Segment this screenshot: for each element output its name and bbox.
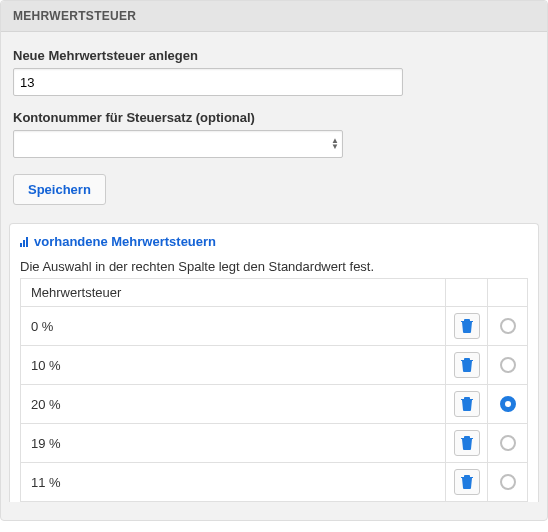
default-cell: [488, 307, 528, 346]
default-radio[interactable]: [500, 396, 516, 412]
new-vat-input[interactable]: [13, 68, 403, 96]
vat-panel: MEHRWERTSTEUER Neue Mehrwertsteuer anleg…: [0, 0, 548, 521]
existing-vat-panel: vorhandene Mehrwertsteuern Die Auswahl i…: [9, 223, 539, 502]
table-row: 20 %: [21, 385, 528, 424]
existing-vat-title: vorhandene Mehrwertsteuern: [20, 234, 528, 249]
delete-button[interactable]: [454, 430, 480, 456]
new-vat-label: Neue Mehrwertsteuer anlegen: [13, 48, 535, 63]
delete-cell: [446, 307, 488, 346]
existing-vat-title-text: vorhandene Mehrwertsteuern: [34, 234, 216, 249]
default-radio[interactable]: [500, 474, 516, 490]
table-row: 19 %: [21, 424, 528, 463]
default-cell: [488, 385, 528, 424]
trash-icon: [461, 358, 473, 372]
default-radio[interactable]: [500, 435, 516, 451]
bars-icon: [20, 237, 28, 247]
default-cell: [488, 463, 528, 502]
delete-button[interactable]: [454, 469, 480, 495]
account-label: Kontonummer für Steuersatz (optional): [13, 110, 535, 125]
vat-column-header: Mehrwertsteuer: [21, 279, 446, 307]
delete-button[interactable]: [454, 313, 480, 339]
account-select[interactable]: [13, 130, 343, 158]
vat-value-cell: 20 %: [21, 385, 446, 424]
list-hint: Die Auswahl in der rechten Spalte legt d…: [20, 259, 528, 274]
delete-button[interactable]: [454, 391, 480, 417]
delete-cell: [446, 346, 488, 385]
vat-value-cell: 10 %: [21, 346, 446, 385]
vat-table: Mehrwertsteuer 0 %10 %20 %19 %11 %: [20, 278, 528, 502]
delete-cell: [446, 385, 488, 424]
default-radio[interactable]: [500, 318, 516, 334]
vat-value-cell: 11 %: [21, 463, 446, 502]
delete-button[interactable]: [454, 352, 480, 378]
trash-icon: [461, 475, 473, 489]
trash-icon: [461, 436, 473, 450]
form-area: Neue Mehrwertsteuer anlegen Kontonummer …: [1, 32, 547, 205]
panel-title: MEHRWERTSTEUER: [1, 1, 547, 32]
save-button[interactable]: Speichern: [13, 174, 106, 205]
delete-cell: [446, 463, 488, 502]
table-row: 0 %: [21, 307, 528, 346]
trash-icon: [461, 397, 473, 411]
table-row: 10 %: [21, 346, 528, 385]
default-radio[interactable]: [500, 357, 516, 373]
account-select-wrap: ▲▼: [13, 130, 343, 158]
default-cell: [488, 424, 528, 463]
default-cell: [488, 346, 528, 385]
table-row: 11 %: [21, 463, 528, 502]
trash-icon: [461, 319, 473, 333]
default-column-header: [488, 279, 528, 307]
delete-column-header: [446, 279, 488, 307]
vat-value-cell: 19 %: [21, 424, 446, 463]
delete-cell: [446, 424, 488, 463]
vat-value-cell: 0 %: [21, 307, 446, 346]
